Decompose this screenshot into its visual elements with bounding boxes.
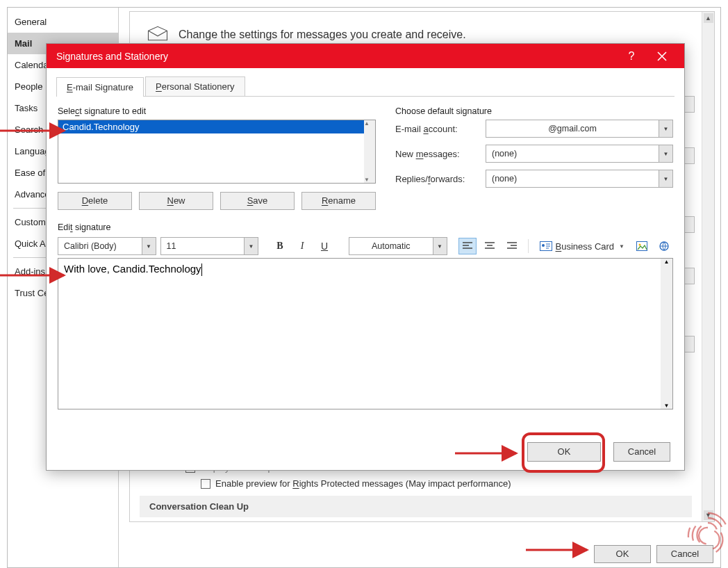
dialog-titlebar: Signatures and Stationery ? [47, 44, 684, 68]
dialog-cancel-button[interactable]: Cancel [613, 442, 670, 462]
font-color-combo[interactable]: Automatic ▼ [349, 237, 447, 255]
font-color-value: Automatic [349, 238, 433, 254]
font-name-value: Calibri (Body) [58, 238, 142, 254]
rights-preview-checkbox[interactable] [201, 479, 210, 489]
options-ok-button[interactable]: OK [594, 545, 651, 563]
delete-button[interactable]: Delete [58, 192, 132, 210]
chevron-down-icon[interactable]: ▼ [433, 238, 447, 254]
tab-personal-stationery[interactable]: Personal Stationery [145, 76, 245, 96]
editor-toolbar: Calibri (Body) ▼ 11 ▼ B I U Automatic ▼ [58, 236, 673, 256]
new-messages-label: New messages: [395, 149, 479, 159]
business-card-icon [540, 241, 552, 251]
font-name-combo[interactable]: Calibri (Body) ▼ [58, 237, 156, 255]
nav-general[interactable]: General [8, 11, 118, 33]
chevron-down-icon[interactable]: ▼ [659, 170, 672, 187]
email-account-value: @gmail.com [486, 120, 659, 137]
mail-header-text: Change the settings for messages you cre… [179, 29, 466, 41]
listbox-scrollbar[interactable]: ▲▼ [364, 120, 375, 183]
italic-button[interactable]: I [293, 238, 311, 254]
editor-content: With love, Candid.Technology [64, 263, 201, 275]
replies-forwards-combo[interactable]: (none) ▼ [486, 170, 673, 188]
font-size-value: 11 [161, 238, 245, 254]
font-size-combo[interactable]: 11 ▼ [160, 237, 259, 255]
default-signature-label: Choose default signature [395, 106, 673, 116]
underline-button[interactable]: U [315, 238, 333, 254]
rights-preview-label: Enable preview for Rights Protected mess… [215, 478, 511, 489]
chevron-down-icon[interactable]: ▼ [142, 238, 156, 254]
new-button[interactable]: New [139, 192, 213, 210]
new-messages-value: (none) [486, 145, 659, 162]
content-scrollbar[interactable]: ▲ ▼ [702, 12, 714, 521]
business-card-button[interactable]: Business Card ▼ [536, 238, 629, 254]
dialog-ok-button[interactable]: OK [527, 442, 601, 462]
select-signature-label: Select signature to edit [58, 106, 376, 116]
email-account-label: E-mail account: [395, 124, 479, 134]
signatures-dialog: Signatures and Stationery ? E-mail Signa… [46, 43, 685, 471]
tab-email-signature[interactable]: E-mail Signature [56, 77, 144, 97]
chevron-down-icon[interactable]: ▼ [659, 120, 672, 137]
email-account-combo[interactable]: @gmail.com ▼ [486, 120, 673, 138]
close-button[interactable] [647, 44, 677, 68]
new-messages-combo[interactable]: (none) ▼ [486, 145, 673, 163]
separator [528, 239, 529, 253]
business-card-label: Business Card [556, 241, 615, 252]
watermark-fingerprint-icon [684, 508, 728, 557]
section-conversation-cleanup: Conversation Clean Up [140, 496, 692, 517]
scroll-up-icon[interactable]: ▲ [664, 259, 670, 265]
save-button[interactable]: Save [220, 192, 295, 210]
bold-button[interactable]: B [271, 238, 289, 254]
editor-scrollbar[interactable]: ▲ ▼ [661, 259, 672, 409]
insert-hyperlink-button[interactable] [655, 238, 673, 254]
edit-signature-label: Edit signature [58, 222, 673, 232]
align-left-button[interactable] [458, 238, 477, 254]
align-center-button[interactable] [481, 238, 499, 254]
signature-editor[interactable]: With love, Candid.Technology ▲ ▼ [58, 258, 673, 409]
replies-forwards-label: Replies/forwards: [395, 174, 479, 184]
rename-button[interactable]: Rename [301, 192, 376, 210]
scroll-up-icon[interactable]: ▲ [704, 13, 713, 23]
rights-preview-row: Enable preview for Rights Protected mess… [130, 476, 702, 492]
chevron-down-icon[interactable]: ▼ [244, 238, 258, 254]
dialog-title: Signatures and Stationery [56, 51, 616, 62]
dialog-body: Select signature to edit Candid.Technolo… [56, 96, 675, 470]
signature-listbox[interactable]: Candid.Technology ▲▼ [58, 120, 376, 184]
replies-forwards-value: (none) [486, 170, 659, 187]
help-button[interactable]: ? [616, 44, 647, 68]
scroll-down-icon[interactable]: ▼ [664, 403, 670, 409]
envelope-icon [147, 24, 168, 44]
insert-picture-button[interactable] [633, 238, 651, 254]
svg-point-3 [639, 244, 641, 246]
chevron-down-icon[interactable]: ▼ [659, 145, 672, 162]
chevron-down-icon[interactable]: ▼ [619, 243, 624, 250]
svg-point-1 [542, 244, 545, 247]
signature-list-item[interactable]: Candid.Technology [58, 120, 375, 133]
tab-strip: E-mail Signature Personal Stationery [47, 68, 684, 96]
align-right-button[interactable] [503, 238, 521, 254]
